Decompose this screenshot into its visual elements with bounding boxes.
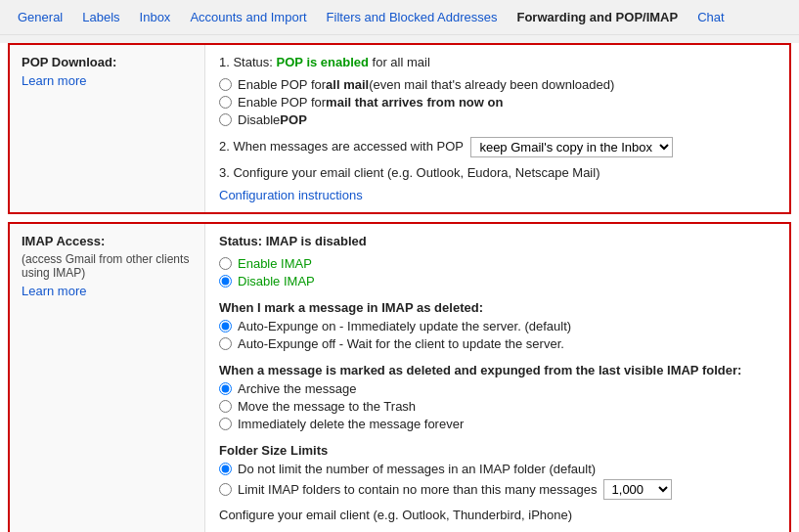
nav-labels[interactable]: Labels [72, 10, 129, 24]
pop-option3-radio[interactable] [219, 113, 232, 126]
pop-section: POP Download: Learn more 1. Status: POP … [8, 43, 791, 214]
pop-config-instructions-link[interactable]: Configuration instructions [219, 188, 363, 202]
imap-folder-option1-radio[interactable] [219, 463, 232, 475]
pop-option1-bold: all mail [326, 77, 369, 92]
pop-option1-row: Enable POP for all mail (even mail that'… [219, 77, 776, 92]
imap-right-panel: Status: IMAP is disabled Enable IMAP Dis… [205, 224, 789, 532]
imap-enable-radio[interactable] [219, 257, 232, 270]
pop-option2-radio[interactable] [219, 96, 232, 109]
imap-expunged-option2-label: Move the message to the Trash [238, 399, 416, 414]
imap-title: IMAP Access: [22, 234, 193, 248]
imap-folder-select[interactable]: 1,0002,0005,00010,000 [603, 479, 672, 500]
imap-expunged-group: Archive the message Move the message to … [219, 381, 776, 431]
pop-when-label: 2. When messages are accessed with POP [219, 139, 464, 154]
nav-inbox[interactable]: Inbox [130, 10, 181, 24]
pop-when-select[interactable]: keep Gmail's copy in the Inboxarchive Gm… [470, 137, 673, 157]
pop-right-panel: 1. Status: POP is enabled for all mail E… [205, 45, 789, 212]
imap-deleted-option2-radio[interactable] [219, 337, 232, 350]
imap-subtitle: (access Gmail from other clients using I… [22, 252, 193, 280]
imap-learn-more-link[interactable]: Learn more [22, 284, 193, 298]
pop-configure-line: 3. Configure your email client (e.g. Out… [219, 165, 776, 180]
imap-left-panel: IMAP Access: (access Gmail from other cl… [10, 224, 205, 532]
imap-enable-group: Enable IMAP Disable IMAP [219, 256, 776, 288]
imap-enable-label: Enable IMAP [238, 256, 312, 271]
nav-filters[interactable]: Filters and Blocked Addresses [317, 10, 508, 24]
imap-deleted-option1-row: Auto-Expunge on - Immediately update the… [219, 319, 776, 333]
pop-title: POP Download: [22, 55, 193, 69]
imap-status: Status: IMAP is disabled [219, 234, 776, 248]
nav-chat[interactable]: Chat [688, 10, 733, 24]
pop-option3-row: Disable POP [219, 112, 776, 127]
imap-disable-radio[interactable] [219, 275, 232, 288]
imap-folder-option1-row: Do not limit the number of messages in a… [219, 462, 776, 476]
pop-option1-prefix: Enable POP for [238, 77, 326, 92]
imap-configure-suffix: (e.g. Outlook, Thunderbird, iPhone) [374, 508, 573, 522]
pop-config-link-line: Configuration instructions [219, 188, 776, 202]
imap-expunged-option2-row: Move the message to the Trash [219, 399, 776, 414]
pop-option2-bold: mail that arrives from now on [326, 95, 503, 110]
imap-expunged-option3-row: Immediately delete the message forever [219, 417, 776, 431]
imap-expunged-option3-radio[interactable] [219, 418, 232, 430]
nav-forwarding-pop-imap: Forwarding and POP/IMAP [507, 10, 688, 24]
pop-status-enabled: POP is enabled [277, 55, 369, 69]
imap-deleted-option1-label: Auto-Expunge on - Immediately update the… [238, 319, 571, 333]
imap-folder-group: Do not limit the number of messages in a… [219, 462, 776, 500]
imap-section: IMAP Access: (access Gmail from other cl… [8, 222, 791, 532]
pop-when-row: 2. When messages are accessed with POP k… [219, 137, 776, 157]
pop-option3-prefix: Disable [238, 112, 280, 127]
imap-deleted-group: Auto-Expunge on - Immediately update the… [219, 319, 776, 351]
imap-disable-row: Disable IMAP [219, 274, 776, 288]
imap-deleted-option1-radio[interactable] [219, 320, 232, 332]
nav-accounts-import[interactable]: Accounts and Import [180, 10, 316, 24]
imap-folder-option2-radio[interactable] [219, 483, 232, 496]
pop-when-select-wrapper: keep Gmail's copy in the Inboxarchive Gm… [470, 137, 673, 157]
nav-general[interactable]: General [8, 10, 72, 24]
pop-option1-suffix: (even mail that's already been downloade… [369, 77, 614, 92]
main-content: POP Download: Learn more 1. Status: POP … [0, 43, 799, 532]
imap-folder-option2-prefix: Limit IMAP folders to contain no more th… [238, 482, 598, 497]
imap-expunged-option3-label: Immediately delete the message forever [238, 417, 464, 431]
pop-option2-prefix: Enable POP for [238, 95, 326, 110]
pop-radio-group: Enable POP for all mail (even mail that'… [219, 77, 776, 127]
pop-status-suffix: for all mail [369, 55, 430, 69]
imap-enable-row: Enable IMAP [219, 256, 776, 271]
pop-option1-radio[interactable] [219, 78, 232, 91]
imap-expunged-title: When a message is marked as deleted and … [219, 363, 776, 377]
pop-configure-prefix: 3. Configure your email client [219, 165, 387, 180]
imap-configure-prefix: Configure your email client [219, 508, 374, 522]
pop-learn-more-link[interactable]: Learn more [22, 73, 193, 88]
imap-folder-option1-label: Do not limit the number of messages in a… [238, 462, 596, 476]
pop-status-line: 1. Status: POP is enabled for all mail [219, 55, 776, 69]
pop-option2-row: Enable POP for mail that arrives from no… [219, 95, 776, 110]
imap-folder-option2-row: Limit IMAP folders to contain no more th… [219, 479, 776, 500]
pop-configure-suffix: (e.g. Outlook, Eudora, Netscape Mail) [387, 165, 600, 180]
imap-deleted-title: When I mark a message in IMAP as deleted… [219, 300, 776, 315]
imap-deleted-option2-label: Auto-Expunge off - Wait for the client t… [238, 336, 564, 351]
imap-expunged-option1-label: Archive the message [238, 381, 356, 396]
imap-expunged-option2-radio[interactable] [219, 400, 232, 413]
imap-expunged-option1-row: Archive the message [219, 381, 776, 396]
imap-deleted-option2-row: Auto-Expunge off - Wait for the client t… [219, 336, 776, 351]
pop-status-prefix: 1. Status: [219, 55, 277, 69]
pop-option3-bold: POP [280, 112, 306, 127]
top-nav: General Labels Inbox Accounts and Import… [0, 0, 799, 35]
imap-expunged-option1-radio[interactable] [219, 382, 232, 395]
imap-disable-label: Disable IMAP [238, 274, 315, 288]
pop-left-panel: POP Download: Learn more [10, 45, 205, 212]
imap-configure-line: Configure your email client (e.g. Outloo… [219, 508, 776, 522]
imap-folder-title: Folder Size Limits [219, 443, 776, 458]
